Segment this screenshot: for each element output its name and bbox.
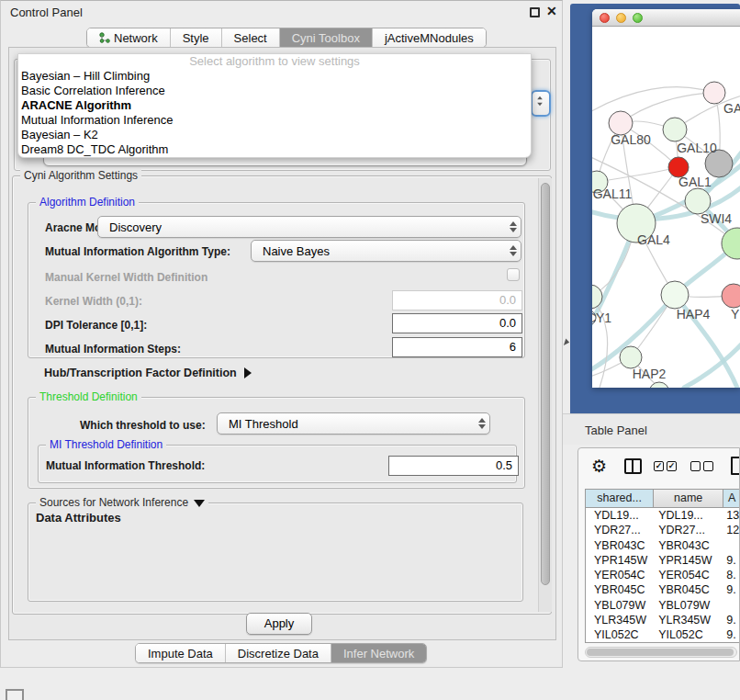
sources-title[interactable]: Sources for Network Inference [36, 496, 208, 509]
combo-stepper-icon [506, 221, 521, 232]
node-label: Y [731, 307, 740, 322]
select-all-columns-icon[interactable]: ✓✓ [654, 461, 677, 471]
node-table: ⚙ ✓✓ shared... name A YDL19...YDL19...13… [577, 447, 740, 661]
mi-steps-label: Mutual Information Steps: [45, 343, 181, 356]
table-hscrollbar-thumb[interactable] [587, 649, 734, 656]
gear-icon[interactable]: ⚙ [591, 456, 607, 477]
mi-algorithm-type-combo[interactable]: Naive Bayes [251, 240, 521, 262]
algorithm-option[interactable]: Bayesian – Hill Climbing [18, 69, 531, 84]
tab-jactivemnodules[interactable]: jActiveMNodules [373, 28, 486, 47]
dpi-tolerance-label: DPI Tolerance [0,1]: [45, 319, 147, 332]
threshold-definition-title: Threshold Definition [36, 390, 141, 403]
column-header-shared-name[interactable]: shared... [586, 490, 654, 507]
aracne-mode-combo[interactable]: Discovery [97, 216, 521, 238]
table-row[interactable]: YER054CYER054C8. [586, 568, 740, 582]
mi-threshold-group: MI Threshold Definition Mutual Informati… [38, 445, 517, 483]
float-panel-icon[interactable] [530, 7, 540, 17]
combo-stepper-icon [475, 418, 489, 429]
minimize-window-icon[interactable] [616, 13, 626, 23]
node-label: GCY1 [592, 310, 611, 325]
algorithm-definition-title: Algorithm Definition [36, 196, 139, 209]
which-threshold-combo[interactable]: MI Threshold [217, 412, 490, 435]
table-row[interactable]: YBR043CYBR043C [586, 538, 740, 553]
zoom-window-icon[interactable] [633, 13, 643, 23]
node-hap4[interactable] [661, 281, 689, 309]
node-label: SWI4 [701, 211, 732, 226]
deselect-all-columns-icon[interactable] [690, 461, 713, 471]
manual-kernel-width-checkbox[interactable] [507, 268, 520, 281]
table-row[interactable]: YDL19...YDL19...13 [586, 508, 740, 523]
node-gal10[interactable] [663, 118, 687, 141]
algorithm-option[interactable]: Bayesian – K2 [18, 128, 531, 142]
node-swi4[interactable] [685, 188, 711, 214]
tab-impute-data[interactable]: Impute Data [136, 644, 226, 662]
control-panel-tabbar: Network Style Select Cyni Toolbox jActiv… [86, 28, 487, 48]
tab-network-label: Network [114, 31, 158, 45]
control-panel-title: Control Panel [10, 6, 83, 19]
minimized-panel-icon[interactable] [6, 689, 24, 700]
algorithm-combo-focus-fragment[interactable] [531, 90, 551, 117]
sources-group: Sources for Network Inference Data Attri… [28, 502, 523, 602]
node-hap2[interactable] [620, 346, 642, 368]
column-header-name[interactable]: name [654, 490, 723, 507]
table-row[interactable]: YLR345WYLR345W9. [586, 613, 740, 627]
node-label: GAL1 [678, 175, 712, 189]
data-attributes-label: Data Attributes [36, 511, 121, 525]
mi-threshold-field[interactable]: 0.5 [388, 456, 519, 476]
kernel-width-label: Kernel Width (0,1): [45, 295, 142, 308]
export-table-icon[interactable] [731, 457, 740, 475]
node-salmon-right[interactable] [722, 284, 740, 308]
node-label: GAL10 [677, 141, 717, 155]
expander-expanded-icon [194, 500, 205, 507]
kernel-width-field[interactable]: 0.0 [392, 290, 522, 310]
expander-collapsed-icon [244, 367, 252, 378]
mi-algorithm-type-label: Mutual Information Algorithm Type: [45, 245, 230, 258]
close-window-icon[interactable] [600, 13, 610, 23]
hub-definition-expander[interactable]: Hub/Transcription Factor Definition [44, 364, 252, 380]
network-view-window[interactable]: GAL GAL80 GAL10 GAL1 GAL11 SWI4 GAL4 GCY… [592, 9, 740, 388]
show-columns-icon[interactable] [624, 458, 642, 474]
tab-cyni-toolbox[interactable]: Cyni Toolbox [280, 28, 373, 47]
algorithm-option[interactable]: Basic Correlation Inference [18, 84, 531, 98]
algorithm-option[interactable]: Dream8 DC_TDC Algorithm [18, 142, 531, 157]
mi-threshold-title: MI Threshold Definition [46, 438, 166, 451]
tab-discretize-data[interactable]: Discretize Data [226, 644, 331, 662]
node-gal-top[interactable] [703, 82, 725, 104]
node-label: GAL4 [637, 232, 670, 247]
node-bottom-edge[interactable] [649, 382, 669, 388]
tab-network[interactable]: Network [87, 28, 171, 47]
settings-vscrollbar[interactable] [538, 178, 552, 612]
cyni-algorithm-settings-group: Cyni Algorithm Settings Algorithm Defini… [12, 175, 552, 615]
node-label: GAL11 [593, 186, 633, 201]
node-label: HAP2 [633, 367, 667, 381]
dpi-tolerance-field[interactable]: 0.0 [392, 313, 522, 333]
apply-button[interactable]: Apply [246, 613, 312, 635]
table-row[interactable]: YIL052CYIL052C9. [586, 627, 740, 642]
settings-group-title: Cyni Algorithm Settings [20, 169, 141, 182]
table-row[interactable]: YBL079WYBL079W [586, 598, 740, 613]
column-header-clipped[interactable]: A [723, 490, 740, 507]
tab-style[interactable]: Style [171, 28, 222, 47]
table-row[interactable]: YBR045CYBR045C9. [586, 582, 740, 597]
table-body[interactable]: YDL19...YDL19...13 YDR27...YDR27...12 YB… [585, 508, 740, 643]
mi-steps-field[interactable]: 6 [392, 337, 522, 357]
close-panel-icon[interactable]: ✕ [546, 4, 557, 18]
table-row[interactable]: YDR27...YDR27...12 [586, 523, 740, 537]
algorithm-option[interactable]: Mutual Information Inference [18, 113, 531, 128]
threshold-definition-group: Threshold Definition Which threshold to … [28, 397, 525, 489]
table-row[interactable]: YPR145WYPR145W9. [586, 553, 740, 568]
table-toolbar: ⚙ ✓✓ [578, 454, 739, 481]
table-hscrollbar[interactable] [585, 647, 737, 658]
algorithm-dropdown-list: Select algorithm to view settings Bayesi… [17, 53, 532, 158]
control-panel-window: Control Panel ✕ Network Style Select Cyn… [0, 0, 563, 668]
settings-vscrollbar-thumb[interactable] [541, 183, 550, 585]
tab-select[interactable]: Select [222, 28, 280, 47]
network-canvas[interactable]: GAL GAL80 GAL10 GAL1 GAL11 SWI4 GAL4 GCY… [592, 27, 740, 388]
network-window-titlebar[interactable] [592, 9, 740, 27]
combo-stepper-icon [506, 245, 521, 256]
node-label: GAL [723, 101, 740, 116]
table-header-row: shared... name A [585, 489, 740, 508]
table-panel-title: Table Panel [585, 423, 647, 437]
tab-infer-network[interactable]: Infer Network [331, 644, 426, 662]
algorithm-option-selected[interactable]: ARACNE Algorithm [18, 98, 531, 113]
